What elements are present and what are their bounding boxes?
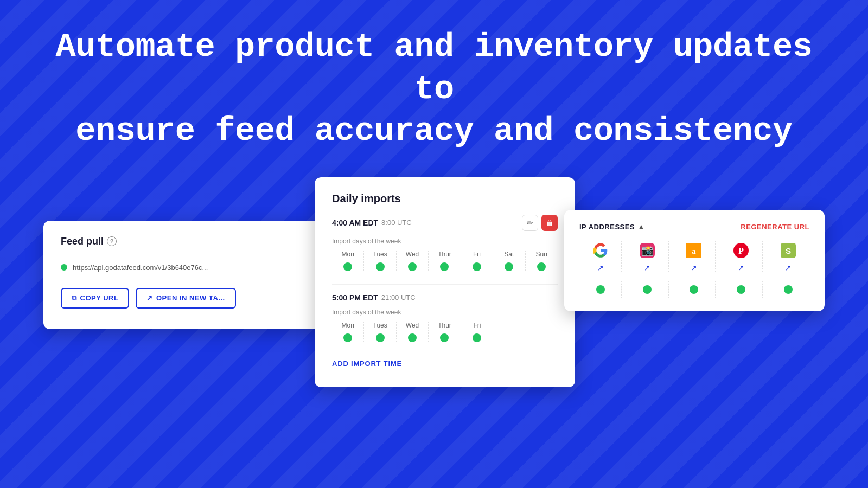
edit-slot1-button[interactable]: ✏ (522, 215, 538, 231)
channel-dot-facebook (626, 281, 668, 298)
time-slot-1: 4:00 AM EDT 8:00 UTC ✏ 🗑 Import days of … (332, 215, 558, 271)
channel-amazon: a ↗ (673, 241, 716, 272)
day-dot-thur-1[interactable] (440, 262, 449, 271)
time-utc-2: 21:00 UTC (381, 293, 416, 301)
day-thur-1: Thur (429, 251, 461, 271)
delete-slot1-button[interactable]: 🗑 (541, 215, 558, 231)
shopify-link-icon[interactable]: ↗ (785, 264, 792, 272)
time-label-2: 5:00 PM EDT 21:00 UTC (332, 293, 558, 302)
status-dot (61, 264, 67, 271)
day-dot-wed-1[interactable] (408, 262, 417, 271)
regenerate-url-button[interactable]: REGENERATE URL (741, 223, 809, 231)
shopify-active-dot (784, 285, 793, 294)
feed-pull-card: Feed pull ? https://api.godatafeed.com/v… (43, 221, 326, 329)
day-fri-2: Fri (461, 322, 493, 342)
days-grid-2: Mon Tues Wed Thur (332, 322, 558, 342)
daily-imports-card: Daily imports 4:00 AM EDT 8:00 UTC ✏ 🗑 I… (315, 177, 575, 387)
channel-shopify: S ↗ (767, 241, 809, 272)
card-actions: ⧉ COPY URL ↗ OPEN IN NEW TA... (61, 288, 308, 309)
day-dot-sat-1[interactable] (505, 262, 513, 271)
svg-text:a: a (692, 246, 697, 255)
svg-text:P: P (738, 245, 744, 255)
time-edt-1: 4:00 AM EDT (332, 219, 378, 227)
day-dot-thur-2[interactable] (440, 333, 449, 342)
google-active-dot (596, 285, 605, 294)
url-row: https://api.godatafeed.com/v1/3b640e76c.… (61, 258, 308, 277)
import-days-label-1: Import days of the week (332, 237, 558, 245)
cards-container: Feed pull ? https://api.godatafeed.com/v… (0, 177, 868, 387)
channel-pinterest: P ↗ (720, 241, 762, 272)
pinterest-link-icon[interactable]: ↗ (738, 264, 744, 272)
channels-header: IP ADDRESSES ▲ REGENERATE URL (579, 223, 809, 231)
feed-pull-title: Feed pull ? (61, 236, 308, 247)
amazon-logo: a (684, 241, 704, 260)
day-wed-1: Wed (397, 251, 429, 271)
add-import-time-button[interactable]: ADD IMPORT TIME (332, 355, 402, 372)
facebook-active-dot (643, 285, 652, 294)
svg-text:S: S (786, 246, 791, 255)
day-dot-mon-2[interactable] (343, 333, 352, 342)
amazon-link-icon[interactable]: ↗ (691, 264, 697, 272)
hero-section: Automate product and inventory updates t… (0, 0, 868, 172)
help-icon[interactable]: ? (107, 236, 117, 246)
channel-dot-google (579, 281, 622, 298)
pinterest-active-dot (737, 285, 745, 294)
time-edt-2: 5:00 PM EDT (332, 293, 378, 302)
external-link-icon: ↗ (146, 294, 153, 302)
feed-url: https://api.godatafeed.com/v1/3b640e76c.… (73, 264, 208, 272)
day-tues-2: Tues (364, 322, 396, 342)
channel-google: ↗ (579, 241, 622, 272)
day-dot-tues-1[interactable] (376, 262, 385, 271)
channel-icons-row: ↗ 📸 ↗ (579, 241, 809, 272)
day-dot-sun-1[interactable] (537, 262, 546, 271)
copy-url-button[interactable]: ⧉ COPY URL (61, 288, 129, 309)
day-fri-1: Fri (461, 251, 493, 271)
day-sat-1: Sat (493, 251, 525, 271)
day-thur-2: Thur (429, 322, 461, 342)
import-days-label-2: Import days of the week (332, 309, 558, 316)
day-dot-wed-2[interactable] (408, 333, 417, 342)
day-dot-mon-1[interactable] (343, 262, 352, 271)
channel-dot-shopify (767, 281, 809, 298)
day-wed-2: Wed (397, 322, 429, 342)
channels-card: IP ADDRESSES ▲ REGENERATE URL (564, 210, 825, 311)
google-link-icon[interactable]: ↗ (597, 264, 604, 272)
day-dot-tues-2[interactable] (376, 333, 385, 342)
time-slot-2: 5:00 PM EDT 21:00 UTC Import days of the… (332, 293, 558, 342)
pinterest-logo: P (731, 241, 751, 260)
hero-line2: ensure feed accuracy and consistency (75, 112, 792, 150)
shopify-logo: S (778, 241, 798, 260)
channel-dot-pinterest (720, 281, 762, 298)
days-grid-1: Mon Tues Wed Thur (332, 251, 558, 271)
time-label-1: 4:00 AM EDT 8:00 UTC ✏ 🗑 (332, 215, 558, 231)
copy-icon: ⧉ (72, 294, 77, 303)
ip-addresses-label: IP ADDRESSES ▲ (579, 223, 644, 231)
facebook-link-icon[interactable]: ↗ (644, 264, 650, 272)
google-logo (591, 241, 610, 260)
day-mon-1: Mon (332, 251, 364, 271)
time-utc-1: 8:00 UTC (381, 219, 412, 227)
channel-dots-row (579, 281, 809, 298)
channel-facebook: 📸 ↗ (626, 241, 668, 272)
time-actions-1: ✏ 🗑 (522, 215, 558, 231)
day-tues-1: Tues (364, 251, 396, 271)
hero-line1: Automate product and inventory updates t… (56, 28, 813, 108)
svg-text:📸: 📸 (641, 244, 654, 256)
day-mon-2: Mon (332, 322, 364, 342)
day-dot-fri-2[interactable] (473, 333, 481, 342)
open-new-tab-button[interactable]: ↗ OPEN IN NEW TA... (136, 288, 235, 309)
facebook-logo: 📸 (637, 241, 657, 260)
channel-dot-amazon (673, 281, 716, 298)
chevron-up-icon: ▲ (638, 223, 644, 230)
day-dot-fri-1[interactable] (473, 262, 481, 271)
day-sun-1: Sun (526, 251, 558, 271)
amazon-active-dot (690, 285, 698, 294)
daily-imports-title: Daily imports (332, 192, 558, 205)
